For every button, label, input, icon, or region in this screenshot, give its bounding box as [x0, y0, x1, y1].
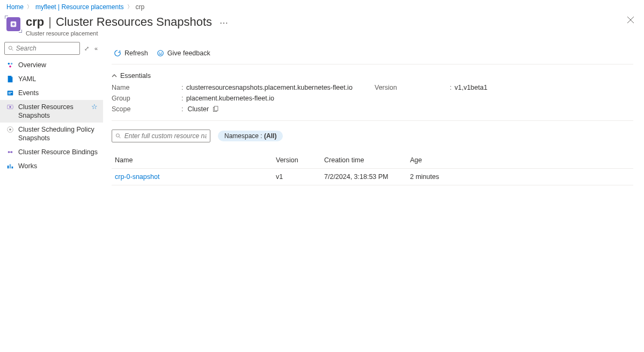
svg-line-26 — [119, 137, 121, 138]
breadcrumb-current: crp — [136, 3, 145, 11]
resource-icon — [6, 17, 20, 31]
sidebar-search-input[interactable] — [16, 45, 76, 52]
essentials-version-value: v1,v1beta1 — [450, 84, 633, 91]
sidebar-nav: Overview YAML Events Cluster Resources S… — [0, 58, 103, 173]
page-subtitle: Cluster resource placement — [26, 30, 233, 37]
svg-rect-18 — [10, 164, 11, 169]
page-header: crp | Cluster Resources Snapshots ⋯ Clus… — [0, 13, 644, 42]
row-creation-time: 7/2/2024, 3:18:53 PM — [324, 173, 410, 181]
chevron-right-icon: 〉 — [127, 3, 133, 11]
snapshot-icon — [6, 103, 14, 111]
namespace-filter-label: Namespace : — [224, 132, 264, 140]
svg-rect-17 — [8, 166, 9, 168]
feedback-button[interactable]: Give feedback — [157, 49, 210, 57]
breadcrumb-link-home[interactable]: Home — [6, 3, 24, 11]
essentials-toggle[interactable]: Essentials — [112, 72, 633, 80]
sidebar-item-snapshots[interactable]: Cluster Resources Snapshots ☆ — [0, 100, 103, 123]
search-icon — [8, 45, 14, 52]
essentials-label: Essentials — [120, 72, 151, 80]
sidebar-item-label: YAML — [18, 75, 98, 83]
svg-rect-0 — [11, 21, 17, 27]
essentials-scope-label: Scope — [112, 105, 181, 113]
sidebar-item-works[interactable]: Works — [0, 159, 103, 173]
svg-point-11 — [9, 106, 11, 108]
row-name-link[interactable]: crp-0-snapshot — [115, 173, 159, 181]
bindings-icon — [6, 148, 14, 156]
svg-point-21 — [159, 52, 159, 52]
main-content: Refresh Give feedback Essentials Name cl… — [103, 42, 644, 185]
svg-point-25 — [116, 134, 119, 137]
close-icon[interactable] — [627, 16, 634, 25]
resource-table: Name Version Creation time Age crp-0-sna… — [112, 152, 633, 185]
sidebar-item-yaml[interactable]: YAML — [0, 72, 103, 86]
sidebar-item-policy-snapshots[interactable]: Cluster Scheduling Policy Snapshots — [0, 123, 103, 145]
essentials-group-value: placement.kubernetes-fleet.io — [181, 95, 375, 102]
more-actions-icon[interactable]: ⋯ — [214, 17, 233, 29]
svg-point-13 — [9, 128, 11, 131]
col-name[interactable]: Name — [115, 156, 276, 164]
page-title-separator: | — [46, 15, 54, 29]
document-icon — [6, 75, 14, 83]
sidebar-item-label: Works — [18, 162, 98, 170]
essentials-name-label: Name — [112, 84, 181, 91]
sidebar-item-label: Cluster Scheduling Policy Snapshots — [18, 125, 98, 142]
feedback-label: Give feedback — [167, 49, 210, 57]
table-row[interactable]: crp-0-snapshot v1 7/2/2024, 3:18:53 PM 2… — [112, 169, 633, 185]
row-age: 2 minutes — [410, 173, 630, 181]
namespace-filter-pill[interactable]: Namespace : (All) — [218, 131, 283, 141]
page-title-suffix: Cluster Resources Snapshots — [56, 15, 212, 29]
favorite-icon[interactable]: ☆ — [91, 103, 98, 111]
svg-rect-19 — [12, 167, 13, 169]
svg-point-4 — [8, 63, 10, 65]
filter-row: Namespace : (All) — [112, 130, 633, 142]
row-version: v1 — [276, 173, 324, 181]
sidebar-item-label: Events — [18, 89, 98, 97]
collapse-icon[interactable]: « — [93, 44, 99, 53]
essentials-name-value: clusterresourcesnapshots.placement.kuber… — [181, 84, 375, 91]
svg-rect-8 — [9, 92, 12, 92]
refresh-icon — [114, 49, 121, 57]
svg-point-22 — [161, 52, 162, 52]
toolbar: Refresh Give feedback — [112, 42, 633, 64]
copy-icon[interactable] — [212, 106, 219, 113]
pin-icon[interactable]: ⤢ — [83, 44, 90, 53]
svg-point-20 — [158, 50, 164, 56]
svg-rect-7 — [8, 91, 13, 96]
col-age[interactable]: Age — [410, 156, 630, 164]
essentials-version-label: Version — [375, 84, 450, 91]
breadcrumb-link-fleet[interactable]: myfleet | Resource placements — [35, 3, 124, 11]
essentials-scope-value: Cluster — [181, 105, 375, 113]
refresh-button[interactable]: Refresh — [114, 49, 148, 57]
essentials-scope-text: Cluster — [187, 105, 209, 113]
search-icon — [115, 133, 121, 139]
breadcrumb: Home 〉 myfleet | Resource placements 〉 c… — [0, 0, 644, 13]
chevron-right-icon: 〉 — [27, 3, 32, 11]
sidebar-item-overview[interactable]: Overview — [0, 58, 103, 72]
svg-rect-9 — [9, 94, 11, 94]
essentials-group-label: Group — [112, 95, 181, 102]
resource-search-input[interactable] — [125, 132, 207, 140]
col-creation-time[interactable]: Creation time — [324, 156, 410, 164]
sidebar: ⤢ « Overview YAML Events Cluster Resourc… — [0, 42, 103, 185]
sidebar-item-label: Cluster Resources Snapshots — [18, 103, 87, 120]
table-header: Name Version Creation time Age — [112, 152, 633, 169]
chevron-up-icon — [112, 73, 117, 78]
sidebar-item-label: Cluster Resource Bindings — [18, 148, 98, 156]
sidebar-search[interactable] — [4, 42, 80, 55]
col-version[interactable]: Version — [276, 156, 324, 164]
sidebar-item-events[interactable]: Events — [0, 86, 103, 100]
svg-line-3 — [12, 49, 13, 51]
essentials-grid: Name clusterresourcesnapshots.placement.… — [112, 84, 633, 121]
svg-point-5 — [11, 63, 13, 65]
svg-point-6 — [9, 66, 11, 68]
feedback-icon — [157, 49, 164, 57]
sidebar-item-bindings[interactable]: Cluster Resource Bindings — [0, 145, 103, 159]
events-icon — [6, 89, 14, 97]
resource-search[interactable] — [112, 130, 210, 142]
sidebar-item-label: Overview — [18, 61, 98, 69]
svg-rect-24 — [215, 106, 218, 110]
svg-point-1 — [12, 23, 15, 26]
overview-icon — [6, 61, 14, 69]
refresh-label: Refresh — [125, 49, 148, 57]
works-icon — [6, 162, 14, 170]
